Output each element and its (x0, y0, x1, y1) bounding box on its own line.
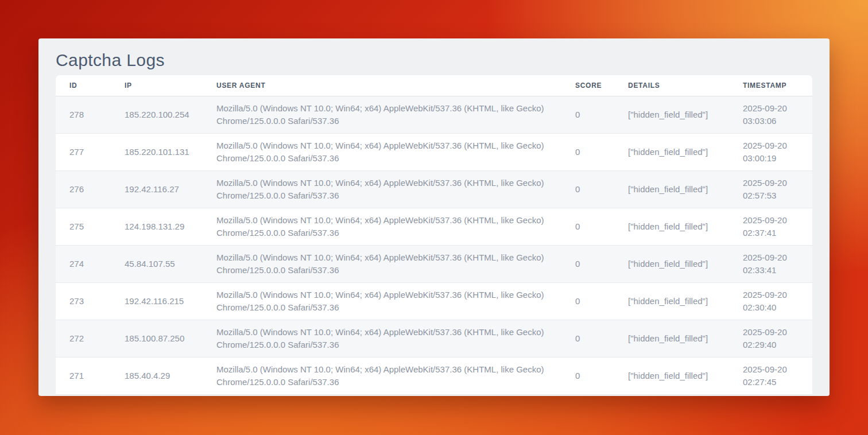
cell-id: 272 (56, 320, 111, 358)
cell-id: 273 (56, 283, 111, 320)
table-row: 275 124.198.131.29 Mozilla/5.0 (Windows … (56, 208, 812, 246)
cell-user-agent: Mozilla/5.0 (Windows NT 10.0; Win64; x64… (203, 320, 561, 358)
cell-timestamp: 2025-09-20 03:03:06 (729, 96, 812, 134)
cell-details: ["hidden_field_filled"] (614, 358, 729, 395)
table-row: 276 192.42.116.27 Mozilla/5.0 (Windows N… (56, 171, 812, 208)
cell-ip: 185.40.4.29 (111, 358, 203, 395)
cell-details: ["hidden_field_filled"] (614, 134, 729, 171)
table-row: 272 185.100.87.250 Mozilla/5.0 (Windows … (56, 320, 812, 358)
cell-user-agent: Mozilla/5.0 (Windows NT 10.0; Win64; x64… (203, 208, 561, 246)
column-header-id: ID (56, 75, 111, 96)
cell-score: 0 (561, 96, 614, 134)
captcha-logs-panel: Captcha Logs ID IP USER AGENT SCORE DETA… (38, 38, 830, 396)
cell-user-agent: Mozilla/5.0 (Windows NT 10.0; Win64; x64… (203, 283, 561, 320)
cell-user-agent: Mozilla/5.0 (Windows NT 10.0; Win64; x64… (203, 134, 561, 171)
cell-ip: 192.42.116.27 (111, 171, 203, 208)
cell-details: ["hidden_field_filled"] (614, 208, 729, 246)
cell-user-agent: Mozilla/5.0 (Windows NT 10.0; Win64; x64… (203, 171, 561, 208)
cell-score: 0 (561, 246, 614, 283)
table-row: 277 185.220.101.131 Mozilla/5.0 (Windows… (56, 134, 812, 171)
cell-user-agent: Mozilla/5.0 (Windows NT 10.0; Win64; x64… (203, 96, 561, 134)
table-row: 278 185.220.100.254 Mozilla/5.0 (Windows… (56, 96, 812, 134)
cell-ip: 124.198.131.29 (111, 208, 203, 246)
cell-score: 0 (561, 320, 614, 358)
cell-ip: 185.220.100.254 (111, 96, 203, 134)
cell-ip: 45.84.107.55 (111, 246, 203, 283)
column-header-ip: IP (111, 75, 203, 96)
cell-id: 278 (56, 96, 111, 134)
cell-timestamp: 2025-09-20 02:30:40 (729, 283, 812, 320)
cell-timestamp: 2025-09-20 02:33:41 (729, 246, 812, 283)
page-title: Captcha Logs (56, 48, 812, 72)
cell-details: ["hidden_field_filled"] (614, 246, 729, 283)
cell-id: 277 (56, 134, 111, 171)
cell-score: 0 (561, 134, 614, 171)
cell-details: ["hidden_field_filled"] (614, 320, 729, 358)
cell-user-agent: Mozilla/5.0 (Windows NT 10.0; Win64; x64… (203, 358, 561, 395)
cell-id: 271 (56, 358, 111, 395)
captcha-logs-table-container: ID IP USER AGENT SCORE DETAILS TIMESTAMP… (56, 75, 812, 395)
desktop-background: Captcha Logs ID IP USER AGENT SCORE DETA… (0, 0, 868, 435)
cell-timestamp: 2025-09-20 02:37:41 (729, 208, 812, 246)
cell-user-agent: Mozilla/5.0 (Windows NT 10.0; Win64; x64… (203, 246, 561, 283)
cell-id: 274 (56, 246, 111, 283)
cell-details: ["hidden_field_filled"] (614, 96, 729, 134)
cell-details: ["hidden_field_filled"] (614, 283, 729, 320)
cell-id: 275 (56, 208, 111, 246)
column-header-timestamp: TIMESTAMP (729, 75, 812, 96)
column-header-user-agent: USER AGENT (203, 75, 561, 96)
cell-score: 0 (561, 171, 614, 208)
cell-timestamp: 2025-09-20 03:00:19 (729, 134, 812, 171)
table-row: 274 45.84.107.55 Mozilla/5.0 (Windows NT… (56, 246, 812, 283)
cell-details: ["hidden_field_filled"] (614, 171, 729, 208)
cell-ip: 185.220.101.131 (111, 134, 203, 171)
table-header-row: ID IP USER AGENT SCORE DETAILS TIMESTAMP (56, 75, 812, 96)
cell-timestamp: 2025-09-20 02:57:53 (729, 171, 812, 208)
table-row: 273 192.42.116.215 Mozilla/5.0 (Windows … (56, 283, 812, 320)
table-row: 271 185.40.4.29 Mozilla/5.0 (Windows NT … (56, 358, 812, 395)
cell-score: 0 (561, 358, 614, 395)
cell-score: 0 (561, 283, 614, 320)
cell-timestamp: 2025-09-20 02:29:40 (729, 320, 812, 358)
column-header-score: SCORE (561, 75, 614, 96)
column-header-details: DETAILS (614, 75, 729, 96)
cell-ip: 192.42.116.215 (111, 283, 203, 320)
cell-score: 0 (561, 208, 614, 246)
captcha-logs-table: ID IP USER AGENT SCORE DETAILS TIMESTAMP… (56, 75, 812, 395)
cell-id: 276 (56, 171, 111, 208)
cell-ip: 185.100.87.250 (111, 320, 203, 358)
cell-timestamp: 2025-09-20 02:27:45 (729, 358, 812, 395)
